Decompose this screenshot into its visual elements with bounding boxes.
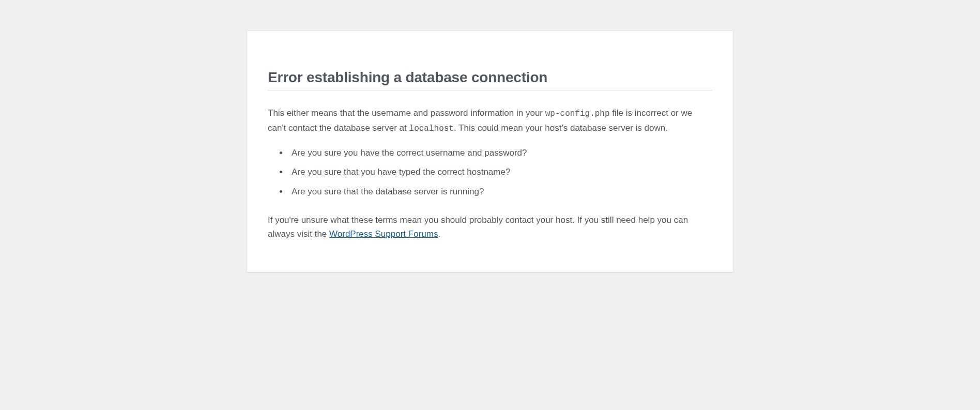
checklist-item: Are you sure that you have typed the cor…: [288, 165, 712, 179]
intro-text-3: . This could mean your host's database s…: [454, 123, 668, 133]
hostname-code: localhost: [409, 124, 454, 133]
error-page-container: Error establishing a database connection…: [247, 31, 733, 272]
help-text-2: .: [438, 229, 440, 239]
error-checklist: Are you sure you have the correct userna…: [288, 146, 712, 199]
intro-text-1: This either means that the username and …: [268, 108, 545, 118]
checklist-item: Are you sure you have the correct userna…: [288, 146, 712, 160]
config-file-code: wp-config.php: [545, 109, 610, 118]
error-intro: This either means that the username and …: [268, 106, 712, 135]
checklist-item: Are you sure that the database server is…: [288, 185, 712, 199]
error-heading: Error establishing a database connection: [268, 42, 712, 90]
support-forums-link[interactable]: WordPress Support Forums: [329, 229, 438, 239]
help-paragraph: If you're unsure what these terms mean y…: [268, 213, 712, 241]
